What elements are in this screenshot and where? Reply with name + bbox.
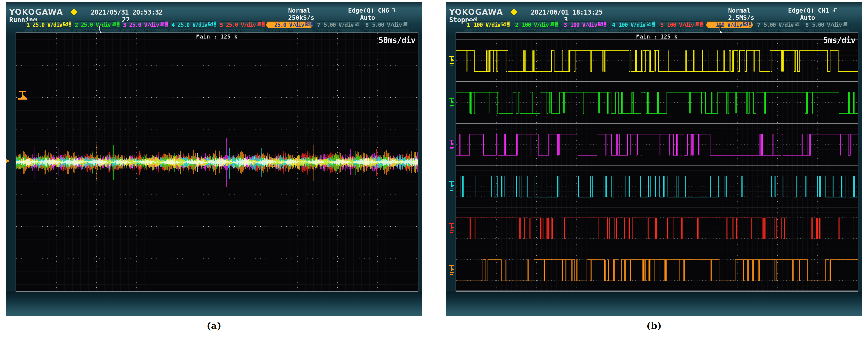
channel-4-badge[interactable]: 4100 V/div1M [610, 21, 656, 28]
probe-coupling-icon [749, 22, 751, 27]
channel-number: 7 [754, 22, 763, 28]
channel-number: 5 [658, 22, 666, 28]
timebase-label: 50ms/div [378, 36, 415, 45]
ground-marker-ch3 [448, 138, 457, 150]
channel-number: 1 [24, 22, 32, 28]
channel-3-badge[interactable]: 3100 V/div1M [561, 21, 608, 28]
channel-number: 5 [218, 22, 225, 28]
datetime-label: 2021/05/31 20:53:32 [91, 8, 163, 16]
channel-badge-row: 1100 V/div1M2100 V/div1M3100 V/div1M4100… [464, 21, 851, 28]
probe-coupling-icon [652, 22, 655, 27]
impedance-1M-icon: 1M [209, 22, 213, 26]
waveform-canvas [16, 33, 418, 291]
ground-marker-ch1 [448, 55, 457, 67]
channel-number: 6 [706, 22, 715, 28]
probe-coupling-icon [117, 22, 120, 27]
scope-header: YOKOGAWA ◆ 2021/06/01 18:13:25 Stopped 3… [446, 2, 862, 35]
probe-coupling-icon [507, 22, 509, 27]
impedance-1M-icon: 1M [305, 22, 310, 26]
scope-footer [6, 291, 422, 316]
trigger-slope-rising-icon [831, 7, 838, 13]
sample-rate: 2.5MS/s [728, 14, 754, 21]
channel-number: 4 [610, 22, 618, 28]
vdiv-setting: 100 V/div [618, 22, 645, 28]
mouse-cursor [717, 25, 723, 34]
vdiv-setting: 25.0 V/div [274, 22, 304, 28]
channel-number: 2 [513, 22, 521, 28]
vdiv-setting: 25.0 V/div [177, 22, 208, 28]
channel-6-badge[interactable]: 6100 V/div1M [706, 21, 753, 28]
ch6-ground-level-marker [6, 159, 9, 163]
ground-marker-ch2 [448, 97, 457, 108]
channel-2-badge[interactable]: 2100 V/div1M [513, 21, 559, 28]
channel-number: 2 [73, 22, 80, 28]
subfigure-label-a: (a) [207, 320, 221, 331]
vdiv-setting: 100 V/div [569, 22, 597, 28]
channel-7-badge[interactable]: 75.00 V/div1M [754, 21, 801, 28]
channel-5-badge[interactable]: 525.0 V/div1M [218, 21, 265, 28]
vdiv-setting: 5.00 V/div [371, 22, 402, 28]
vdiv-setting: 5.00 V/div [323, 22, 353, 28]
probe-coupling-icon [311, 22, 313, 27]
waveform-display: Main : 125 k 5ms/div [456, 33, 859, 291]
channel-6-badge[interactable]: 625.0 V/div1M [266, 21, 313, 28]
waveform-display: Main : 125 k 50ms/div [16, 33, 418, 291]
impedance-1M-icon: 1M [550, 22, 554, 26]
brand-logo: YOKOGAWA [449, 8, 503, 16]
yokogawa-diamond-icon: ◆ [510, 6, 517, 17]
probe-coupling-icon [69, 22, 71, 27]
impedance-1M-icon: 1M [843, 22, 847, 26]
channel-8-badge[interactable]: 85.00 V/div1M [363, 21, 410, 28]
impedance-1M-icon: 1M [743, 22, 748, 26]
vdiv-setting: 25.0 V/div [128, 22, 159, 28]
probe-coupling-icon [262, 22, 265, 27]
record-length-label: Main : 125 k [456, 34, 858, 40]
impedance-1M-icon: 1M [598, 22, 602, 26]
ground-marker-ch5 [448, 222, 457, 234]
record-length-label: Main : 125 k [16, 34, 418, 40]
channel-number: 3 [121, 22, 128, 28]
trigger-source-label: Edge(Q) CH1 [788, 7, 829, 14]
channel-7-badge[interactable]: 75.00 V/div1M [314, 21, 361, 28]
channel-4-badge[interactable]: 425.0 V/div1M [169, 21, 216, 28]
vdiv-setting: 100 V/div [473, 22, 500, 28]
channel-2-badge[interactable]: 225.0 V/div1M [73, 21, 120, 28]
trigger-source: Edge(Q) CH6 [348, 7, 398, 14]
impedance-1M-icon: 1M [695, 22, 700, 26]
channel-number: 8 [803, 22, 811, 28]
trigger-mode: Auto [360, 14, 375, 21]
sample-rate: 250kS/s [288, 14, 314, 21]
brand-logo: YOKOGAWA [9, 8, 63, 16]
subfigure-label-b: (b) [646, 320, 661, 331]
impedance-1M-icon: 1M [112, 22, 116, 26]
probe-coupling-icon [603, 22, 606, 27]
channel-number: 1 [464, 22, 473, 28]
vdiv-setting: 25.0 V/div [80, 22, 111, 28]
channel-3-badge[interactable]: 325.0 V/div1M [121, 21, 168, 28]
impedance-1M-icon: 1M [403, 22, 407, 26]
mouse-cursor [97, 25, 103, 34]
vdiv-setting: 100 V/div [666, 22, 694, 28]
channel-number: 6 [266, 22, 274, 28]
channel-1-badge[interactable]: 125.0 V/div1M [24, 21, 71, 28]
channel-8-badge[interactable]: 85.00 V/div1M [803, 21, 849, 28]
probe-coupling-icon [214, 22, 216, 27]
figure-two-oscilloscope-screenshots: { "icons": {"diamond": "◆", "impedance":… [0, 0, 868, 344]
scope-footer [446, 291, 862, 316]
channel-5-badge[interactable]: 5100 V/div1M [658, 21, 705, 28]
vdiv-setting: 25.0 V/div [32, 22, 62, 28]
trigger-slope-falling-icon [391, 7, 398, 13]
impedance-1M-icon: 1M [355, 22, 359, 26]
probe-coupling-icon [700, 22, 703, 27]
impedance-1M-icon: 1M [501, 22, 506, 26]
vdiv-setting: 100 V/div [521, 22, 549, 28]
trigger-level-marker [17, 90, 35, 101]
acquisition-mode: Normal [728, 7, 750, 14]
oscilloscope-panel-b: YOKOGAWA ◆ 2021/06/01 18:13:25 Stopped 3… [446, 2, 862, 316]
acquisition-mode: Normal [288, 7, 311, 14]
channel-number: 8 [363, 22, 371, 28]
vdiv-setting: 5.00 V/div [811, 22, 842, 28]
channel-1-badge[interactable]: 1100 V/div1M [464, 21, 511, 28]
trigger-mode: Auto [800, 14, 815, 21]
probe-coupling-icon [165, 22, 168, 27]
